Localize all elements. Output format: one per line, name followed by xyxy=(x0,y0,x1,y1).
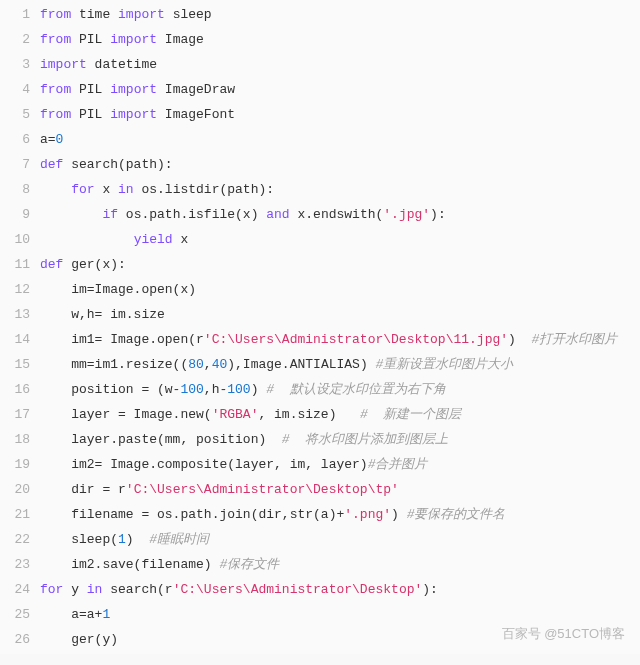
code-line: 19 im2= Image.composite(layer, im, layer… xyxy=(0,452,640,477)
code-line: 21 filename = os.path.join(dir,str(a)+'.… xyxy=(0,502,640,527)
token-plain: ger(y) xyxy=(40,632,118,647)
token-plain xyxy=(40,182,71,197)
token-kw: from xyxy=(40,107,71,122)
token-plain: x.endswith( xyxy=(290,207,384,222)
line-number: 2 xyxy=(0,27,40,52)
token-plain: ) xyxy=(508,332,531,347)
token-kw: from xyxy=(40,7,71,22)
line-code: def search(path): xyxy=(40,152,640,177)
token-plain: os.path.isfile(x) xyxy=(118,207,266,222)
token-plain: ) xyxy=(391,507,407,522)
line-number: 17 xyxy=(0,402,40,427)
token-plain xyxy=(40,207,102,222)
token-plain: ImageDraw xyxy=(157,82,235,97)
token-plain: PIL xyxy=(71,107,110,122)
code-line: 25 a=a+1 xyxy=(0,602,640,627)
code-line: 8 for x in os.listdir(path): xyxy=(0,177,640,202)
token-cmt: #合并图片 xyxy=(368,457,428,472)
line-number: 6 xyxy=(0,127,40,152)
token-plain: y xyxy=(63,582,86,597)
token-kw: yield xyxy=(134,232,173,247)
token-num: 40 xyxy=(212,357,228,372)
code-line: 5from PIL import ImageFont xyxy=(0,102,640,127)
token-plain: , im.size) xyxy=(258,407,359,422)
code-line: 9 if os.path.isfile(x) and x.endswith('.… xyxy=(0,202,640,227)
token-num: 100 xyxy=(180,382,203,397)
token-plain: datetime xyxy=(87,57,157,72)
token-kw: if xyxy=(102,207,118,222)
line-code: layer.paste(mm, position) # 将水印图片添加到图层上 xyxy=(40,427,640,452)
token-plain: layer = Image.new( xyxy=(40,407,212,422)
line-code: a=a+1 xyxy=(40,602,640,627)
code-line: 23 im2.save(filename) #保存文件 xyxy=(0,552,640,577)
line-code: from PIL import ImageFont xyxy=(40,102,640,127)
token-plain: PIL xyxy=(71,32,110,47)
line-code: im2.save(filename) #保存文件 xyxy=(40,552,640,577)
token-plain: search(path): xyxy=(63,157,172,172)
line-code: from PIL import ImageDraw xyxy=(40,77,640,102)
line-code: w,h= im.size xyxy=(40,302,640,327)
token-num: 1 xyxy=(102,607,110,622)
token-plain: a=a+ xyxy=(40,607,102,622)
line-number: 14 xyxy=(0,327,40,352)
token-str: 'RGBA' xyxy=(212,407,259,422)
token-plain: im=Image.open(x) xyxy=(40,282,196,297)
token-plain: filename = os.path.join(dir,str(a)+ xyxy=(40,507,344,522)
code-line: 13 w,h= im.size xyxy=(0,302,640,327)
line-code: import datetime xyxy=(40,52,640,77)
line-number: 9 xyxy=(0,202,40,227)
token-plain: ): xyxy=(430,207,446,222)
token-plain: w,h= im.size xyxy=(40,307,165,322)
line-code: from PIL import Image xyxy=(40,27,640,52)
token-num: 100 xyxy=(227,382,250,397)
line-code: from time import sleep xyxy=(40,2,640,27)
token-plain: a= xyxy=(40,132,56,147)
code-line: 15 mm=im1.resize((80,40),Image.ANTIALIAS… xyxy=(0,352,640,377)
line-number: 26 xyxy=(0,627,40,652)
token-kw: and xyxy=(266,207,289,222)
token-plain xyxy=(40,232,134,247)
token-num: 0 xyxy=(56,132,64,147)
code-line: 20 dir = r'C:\Users\Administrator\Deskto… xyxy=(0,477,640,502)
token-plain: x xyxy=(95,182,118,197)
line-number: 18 xyxy=(0,427,40,452)
token-plain: search(r xyxy=(102,582,172,597)
token-plain: dir = r xyxy=(40,482,126,497)
token-num: 80 xyxy=(188,357,204,372)
token-cmt: #睡眠时间 xyxy=(149,532,209,547)
token-cmt: # 新建一个图层 xyxy=(360,407,461,422)
token-kw: for xyxy=(71,182,94,197)
token-cmt: #打开水印图片 xyxy=(531,332,617,347)
line-number: 5 xyxy=(0,102,40,127)
token-str: 'C:\Users\Administrator\Desktop' xyxy=(173,582,423,597)
line-code: im2= Image.composite(layer, im, layer)#合… xyxy=(40,452,640,477)
token-plain: im1= Image.open(r xyxy=(40,332,204,347)
line-code: im1= Image.open(r'C:\Users\Administrator… xyxy=(40,327,640,352)
token-kw: for xyxy=(40,582,63,597)
line-number: 11 xyxy=(0,252,40,277)
line-number: 15 xyxy=(0,352,40,377)
code-line: 26 ger(y) xyxy=(0,627,640,652)
token-cmt: #保存文件 xyxy=(219,557,279,572)
line-code: if os.path.isfile(x) and x.endswith('.jp… xyxy=(40,202,640,227)
line-number: 23 xyxy=(0,552,40,577)
line-code: sleep(1) #睡眠时间 xyxy=(40,527,640,552)
token-kw: import xyxy=(110,82,157,97)
token-plain: ): xyxy=(422,582,438,597)
code-line: 16 position = (w-100,h-100) # 默认设定水印位置为右… xyxy=(0,377,640,402)
line-code: position = (w-100,h-100) # 默认设定水印位置为右下角 xyxy=(40,377,640,402)
token-plain: position = (w- xyxy=(40,382,180,397)
line-number: 25 xyxy=(0,602,40,627)
line-code: filename = os.path.join(dir,str(a)+'.png… xyxy=(40,502,640,527)
line-number: 21 xyxy=(0,502,40,527)
code-line: 2from PIL import Image xyxy=(0,27,640,52)
code-line: 24for y in search(r'C:\Users\Administrat… xyxy=(0,577,640,602)
line-number: 8 xyxy=(0,177,40,202)
code-block: 1from time import sleep2from PIL import … xyxy=(0,0,640,654)
line-code: a=0 xyxy=(40,127,640,152)
code-line: 17 layer = Image.new('RGBA', im.size) # … xyxy=(0,402,640,427)
line-number: 4 xyxy=(0,77,40,102)
line-number: 16 xyxy=(0,377,40,402)
code-line: 11def ger(x): xyxy=(0,252,640,277)
token-plain: PIL xyxy=(71,82,110,97)
